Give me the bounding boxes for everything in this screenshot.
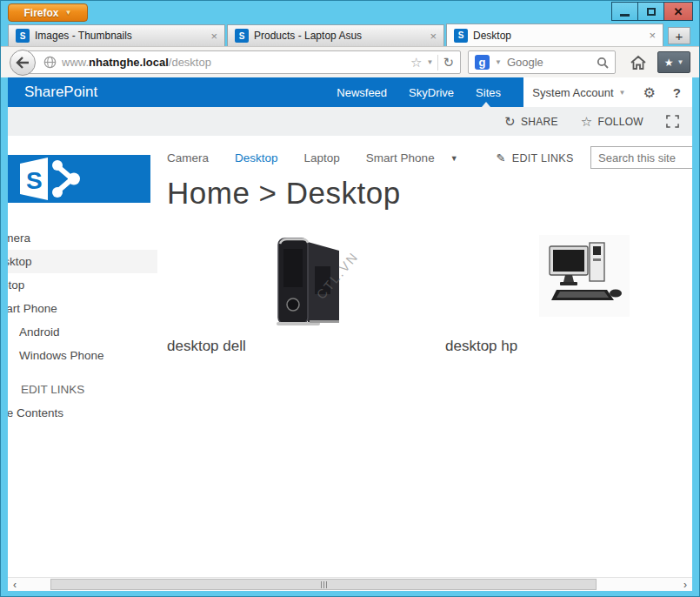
edit-links-button[interactable]: ✎ EDIT LINKS [497, 151, 574, 164]
site-search-input[interactable] [590, 146, 692, 169]
url-text[interactable]: www.nhatnghe.local/desktop [62, 56, 405, 69]
tab-close-icon[interactable]: × [649, 30, 656, 41]
tab-products-laptop-asus[interactable]: S Products - Laptop Asus × [227, 24, 444, 46]
google-icon: g [475, 55, 490, 70]
close-button[interactable]: ✕ [663, 2, 693, 21]
top-nav-smart-phone[interactable]: Smart Phone [366, 151, 435, 164]
top-nav-camera[interactable]: Camera [167, 151, 209, 164]
search-icon[interactable] [597, 57, 609, 69]
scroll-right-button[interactable]: › [678, 578, 692, 591]
product-label[interactable]: desktop dell [167, 338, 445, 355]
url-actions: ☆ ▼ ↻ [410, 55, 454, 70]
focus-mode-icon [666, 115, 679, 128]
search-bar[interactable]: g ▼ Google [468, 50, 616, 74]
tab-label: Images - Thumbnails [35, 30, 132, 42]
scroll-left-button[interactable]: ‹ [8, 578, 22, 591]
window-controls: ✕ [612, 2, 693, 21]
url-www: www. [62, 56, 89, 69]
focus-mode-button[interactable] [666, 115, 679, 128]
product-image-bg [539, 235, 630, 317]
product-tile-desktop-dell[interactable]: CTL.VN desktop dell [167, 231, 445, 355]
sharepoint-logo[interactable]: S [8, 155, 150, 203]
suite-link-sites[interactable]: Sites [476, 86, 501, 99]
tab-images-thumbnails[interactable]: S Images - Thumbnails × [8, 24, 225, 46]
sidebar-item-laptop[interactable]: Laptop [8, 273, 157, 297]
thumb-grip-icon [323, 581, 324, 588]
bookmarks-caret-icon: ▼ [677, 58, 683, 66]
top-nav-laptop[interactable]: Laptop [304, 151, 340, 164]
navigation-toolbar: www.nhatnghe.local/desktop ☆ ▼ ↻ g ▼ Goo… [1, 46, 699, 77]
chevron-down-icon: ▼ [65, 10, 72, 17]
home-button[interactable] [630, 55, 647, 70]
tab-desktop[interactable]: S Desktop × [446, 23, 663, 46]
suite-bar-blue: SharePoint Newsfeed SkyDrive Sites [8, 77, 523, 107]
ribbon-row: ↻ SHARE ☆ FOLLOW [8, 107, 692, 136]
gear-icon[interactable]: ⚙ [643, 84, 655, 101]
home-icon [630, 55, 647, 70]
new-tab-button[interactable]: + [668, 27, 690, 44]
sidebar-item-android[interactable]: Android [8, 320, 157, 344]
sites-callout-caret [482, 102, 490, 107]
tab-label: Desktop [473, 30, 511, 42]
product-grid: CTL.VN desktop dell [167, 231, 692, 355]
suite-bar-right: System Account ▼ ⚙ ? [523, 77, 692, 107]
tab-strip: S Images - Thumbnails × S Products - Lap… [1, 23, 699, 46]
sidebar-site-contents[interactable]: Site Contents [8, 401, 157, 425]
engine-dropdown-icon[interactable]: ▼ [495, 58, 502, 66]
url-domain: nhatnghe.local [89, 56, 169, 69]
sharepoint-favicon-icon: S [16, 29, 30, 43]
titlebar[interactable]: Firefox ▼ ✕ [1, 1, 699, 23]
suite-link-newsfeed[interactable]: Newsfeed [337, 86, 387, 99]
share-button[interactable]: ↻ SHARE [504, 114, 558, 130]
sidebar-item-desktop[interactable]: Desktop [8, 250, 157, 273]
tab-close-icon[interactable]: × [210, 30, 217, 42]
horizontal-scrollbar[interactable]: ‹ › [8, 577, 692, 591]
page-title: Home > Desktop [167, 176, 692, 211]
top-nav-desktop[interactable]: Desktop [235, 151, 278, 164]
tab-close-icon[interactable]: × [430, 30, 437, 42]
history-dropdown-icon[interactable]: ▼ [427, 58, 434, 66]
thumb-grip-icon [321, 581, 322, 588]
share-label: SHARE [521, 116, 558, 128]
account-menu[interactable]: System Account ▼ [532, 86, 625, 99]
back-arrow-icon [16, 57, 30, 69]
address-bar[interactable]: www.nhatnghe.local/desktop ☆ ▼ ↻ [21, 50, 461, 74]
help-icon[interactable]: ? [673, 85, 681, 100]
sidebar-edit-links[interactable]: EDIT LINKS [8, 378, 157, 401]
product-tile-desktop-hp[interactable]: desktop hp [445, 231, 692, 355]
account-label: System Account [532, 86, 613, 99]
firefox-window: Firefox ▼ ✕ S Images - Thumbnails × S Pr… [0, 0, 700, 597]
firefox-menu-button[interactable]: Firefox ▼ [8, 3, 88, 22]
minimize-button[interactable] [611, 2, 638, 21]
sidebar-nav: Camera Desktop Laptop Smart Phone Androi… [8, 226, 157, 425]
scrollbar-thumb[interactable] [50, 579, 597, 590]
close-icon: ✕ [674, 6, 683, 17]
sidebar-item-windows-phone[interactable]: Windows Phone [8, 344, 157, 367]
sidebar-item-smart-phone[interactable]: Smart Phone [8, 297, 157, 320]
suite-link-skydrive[interactable]: SkyDrive [409, 86, 454, 99]
bookmarks-menu-button[interactable]: ★ ▼ [657, 51, 690, 73]
search-engine-label[interactable]: Google [507, 56, 591, 69]
back-button[interactable] [10, 50, 36, 76]
bookmark-star-icon[interactable]: ☆ [410, 55, 422, 70]
maximize-icon [647, 8, 656, 16]
divider [437, 55, 438, 70]
sharepoint-logo-icon: S [8, 155, 150, 203]
scrollbar-track[interactable] [22, 578, 678, 591]
desktop-hp-image [544, 239, 624, 312]
page-content: S Camera Desktop Laptop Smart Phone Andr… [8, 136, 692, 577]
sharepoint-favicon-icon: S [235, 29, 249, 43]
follow-star-icon: ☆ [581, 114, 593, 130]
sidebar-item-camera[interactable]: Camera [8, 226, 157, 250]
top-nav: Camera Desktop Laptop Smart Phone ▼ ✎ ED… [167, 136, 692, 174]
reload-icon[interactable]: ↻ [443, 55, 454, 70]
maximize-button[interactable] [637, 2, 664, 21]
svg-text:S: S [26, 167, 43, 194]
product-label[interactable]: desktop hp [445, 338, 692, 355]
follow-button[interactable]: ☆ FOLLOW [581, 114, 643, 130]
tab-label: Products - Laptop Asus [254, 30, 362, 42]
suite-links: Newsfeed SkyDrive Sites [337, 86, 523, 99]
nav-overflow-caret-icon[interactable]: ▼ [450, 154, 458, 163]
main-area: Camera Desktop Laptop Smart Phone ▼ ✎ ED… [167, 136, 692, 355]
product-image-wrap [445, 231, 692, 329]
